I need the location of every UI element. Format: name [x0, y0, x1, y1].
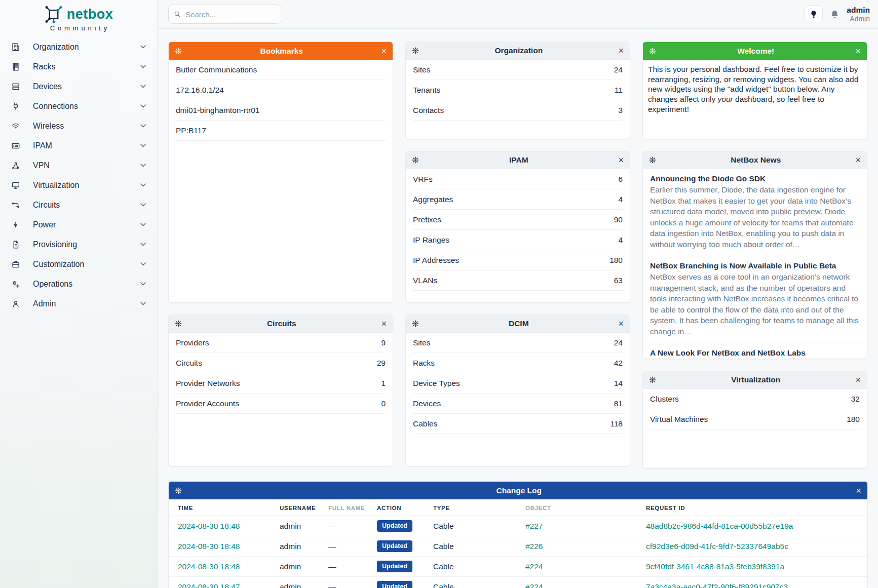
- widget-settings-icon[interactable]: [412, 156, 419, 164]
- column-header-username[interactable]: USERNAME: [275, 499, 323, 516]
- object-link[interactable]: #224: [525, 582, 543, 588]
- widget-settings-icon[interactable]: [649, 48, 656, 55]
- chevron-down-icon[interactable]: [140, 45, 146, 49]
- chevron-down-icon[interactable]: [140, 164, 146, 167]
- sidebar-item-vpn[interactable]: VPN: [0, 155, 157, 175]
- chevron-down-icon[interactable]: [140, 282, 146, 286]
- news-article-title[interactable]: NetBox Branching is Now Available in Pub…: [650, 261, 860, 270]
- time-link[interactable]: 2024-08-30 18:48: [178, 542, 240, 551]
- object-link[interactable]: #227: [525, 522, 543, 530]
- user-menu[interactable]: admin Admin: [847, 6, 870, 23]
- close-icon[interactable]: ×: [856, 486, 861, 495]
- count-value[interactable]: 11: [615, 86, 623, 95]
- chevron-down-icon[interactable]: [140, 183, 146, 187]
- chevron-down-icon[interactable]: [140, 302, 146, 305]
- column-header-time[interactable]: TIME: [169, 499, 275, 516]
- widget-settings-icon[interactable]: [649, 376, 656, 383]
- request-id-link[interactable]: 7a3c4a3a-aac0-47f2-90f6-f89291c907c3: [646, 582, 788, 588]
- bookmark-item[interactable]: dmi01-binghamton-rtr01: [176, 100, 386, 121]
- sidebar-item-admin[interactable]: Admin: [0, 294, 157, 313]
- news-article-title[interactable]: Announcing the Diode Go SDK: [650, 174, 860, 183]
- sidebar-item-racks[interactable]: Racks: [0, 57, 157, 76]
- request-id-link[interactable]: 9cf40fdf-3461-4c88-81a3-5feb39f8391a: [646, 562, 784, 571]
- count-value[interactable]: 24: [614, 65, 623, 74]
- count-value[interactable]: 9: [381, 338, 386, 347]
- count-value[interactable]: 180: [609, 256, 623, 265]
- count-row[interactable]: Providers9: [176, 333, 386, 353]
- bookmark-item[interactable]: 172.16.0.1/24: [176, 80, 386, 100]
- time-link[interactable]: 2024-08-30 18:48: [178, 522, 240, 530]
- chevron-down-icon[interactable]: [140, 203, 146, 207]
- widget-settings-icon[interactable]: [175, 320, 182, 327]
- sidebar-item-circuits[interactable]: Circuits: [0, 195, 157, 215]
- sidebar-item-operations[interactable]: Operations: [0, 274, 157, 294]
- sidebar-item-organization[interactable]: Organization: [0, 37, 157, 57]
- sidebar-item-connections[interactable]: Connections: [0, 96, 157, 116]
- widget-settings-icon[interactable]: [412, 320, 419, 327]
- count-value[interactable]: 29: [377, 359, 386, 368]
- close-icon[interactable]: ×: [618, 46, 624, 55]
- close-icon[interactable]: ×: [855, 155, 861, 165]
- count-row[interactable]: Sites24: [413, 60, 623, 80]
- count-row[interactable]: Contacts3: [413, 100, 623, 121]
- sidebar-item-virtualization[interactable]: Virtualization: [0, 175, 157, 195]
- count-row[interactable]: Device Types14: [413, 373, 623, 394]
- column-header-request-id[interactable]: REQUEST ID: [641, 499, 867, 516]
- chevron-down-icon[interactable]: [140, 124, 146, 128]
- close-icon[interactable]: ×: [618, 155, 624, 165]
- count-value[interactable]: 4: [618, 236, 623, 245]
- chevron-down-icon[interactable]: [140, 223, 146, 226]
- count-row[interactable]: Tenants11: [413, 80, 623, 100]
- news-article-title[interactable]: A New Look For NetBox and NetBox Labs: [650, 348, 860, 358]
- search-box[interactable]: [168, 5, 281, 24]
- column-header-object[interactable]: OBJECT: [520, 499, 641, 516]
- close-icon[interactable]: ×: [855, 375, 861, 384]
- time-link[interactable]: 2024-08-30 18:48: [178, 562, 240, 571]
- count-row[interactable]: VLANs63: [413, 270, 623, 291]
- chevron-down-icon[interactable]: [140, 65, 146, 68]
- count-row[interactable]: Provider Networks1: [176, 373, 386, 394]
- object-link[interactable]: #226: [525, 542, 543, 551]
- count-row[interactable]: Cables118: [413, 414, 623, 434]
- count-row[interactable]: Prefixes90: [413, 210, 623, 230]
- bookmark-item[interactable]: PP:B117: [176, 121, 386, 141]
- sidebar-item-power[interactable]: Power: [0, 215, 157, 234]
- column-header-full-name[interactable]: FULL NAME: [323, 499, 372, 516]
- chevron-down-icon[interactable]: [140, 243, 146, 246]
- close-icon[interactable]: ×: [381, 319, 387, 328]
- sidebar-item-wireless[interactable]: Wireless: [0, 116, 157, 136]
- count-value[interactable]: 6: [618, 175, 623, 184]
- column-header-type[interactable]: TYPE: [428, 499, 520, 516]
- count-row[interactable]: VRFs6: [413, 169, 623, 189]
- count-row[interactable]: Virtual Machines180: [650, 409, 860, 429]
- count-value[interactable]: 118: [610, 419, 623, 428]
- theme-toggle-button[interactable]: [805, 5, 823, 23]
- count-row[interactable]: Clusters32: [650, 389, 860, 409]
- sidebar-item-provisioning[interactable]: Provisioning: [0, 234, 157, 254]
- close-icon[interactable]: ×: [381, 47, 387, 56]
- chevron-down-icon[interactable]: [140, 144, 146, 147]
- request-id-link[interactable]: cf92d3e6-d09d-41fc-9fd7-52337649ab5c: [646, 542, 788, 551]
- count-value[interactable]: 14: [614, 379, 623, 388]
- chevron-down-icon[interactable]: [140, 85, 146, 88]
- count-value[interactable]: 63: [614, 276, 623, 285]
- close-icon[interactable]: ×: [618, 319, 624, 328]
- count-row[interactable]: IP Ranges4: [413, 230, 623, 250]
- sidebar-item-customization[interactable]: Customization: [0, 254, 157, 274]
- chevron-down-icon[interactable]: [140, 104, 146, 108]
- object-link[interactable]: #224: [525, 562, 543, 571]
- close-icon[interactable]: ×: [855, 47, 861, 56]
- count-value[interactable]: 3: [618, 106, 623, 115]
- search-input[interactable]: [185, 10, 276, 19]
- request-id-link[interactable]: 48ad8b2c-986d-44fd-81ca-00d55b27e19a: [646, 522, 793, 530]
- bookmark-item[interactable]: Butler Communications: [176, 60, 386, 80]
- widget-settings-icon[interactable]: [175, 48, 182, 55]
- widget-settings-icon[interactable]: [175, 487, 182, 494]
- count-value[interactable]: 0: [381, 399, 386, 408]
- notifications-bell-icon[interactable]: [830, 10, 839, 19]
- time-link[interactable]: 2024-08-30 18:47: [178, 582, 240, 588]
- count-value[interactable]: 180: [847, 415, 860, 424]
- count-row[interactable]: Circuits29: [176, 353, 386, 373]
- widget-settings-icon[interactable]: [412, 47, 419, 54]
- count-row[interactable]: Sites24: [413, 333, 623, 353]
